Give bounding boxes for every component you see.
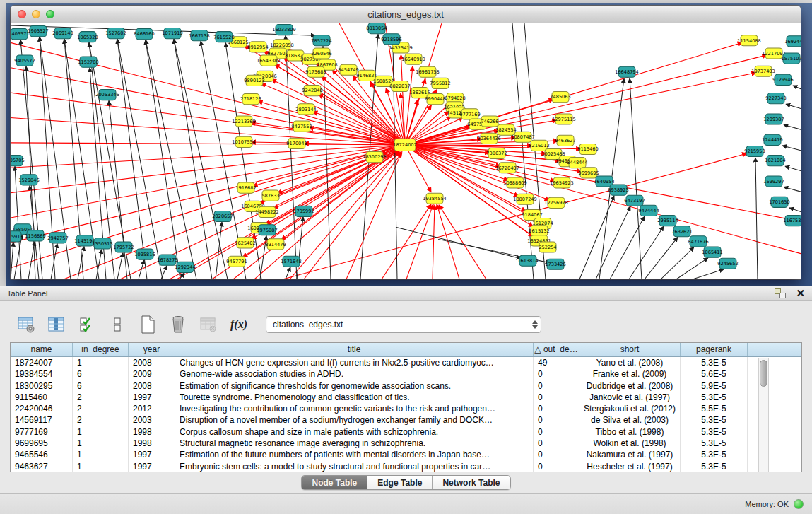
graph-node-1667138[interactable]: 1667138: [189, 30, 209, 41]
table-row[interactable]: 1938455462009Genome-wide association stu…: [11, 368, 801, 380]
graph-node-1071919[interactable]: 1071919: [162, 28, 182, 39]
graph-node-1599297[interactable]: 1599297: [763, 176, 784, 187]
graph-node-9129946[interactable]: 9129946: [772, 74, 793, 85]
graph-node-18807249[interactable]: 18807249: [513, 194, 537, 204]
tab-node-table[interactable]: Node Table: [302, 476, 367, 489]
graph-node-14498222[interactable]: 14498222: [255, 206, 279, 217]
column-header-out_de[interactable]: △ out_de…: [534, 343, 579, 356]
graph-node-16961758[interactable]: 16961758: [416, 66, 440, 77]
graph-node-3915913[interactable]: 3915913: [11, 231, 23, 242]
graph-node-16033809[interactable]: 16033809: [272, 25, 296, 35]
graph-node-1701650[interactable]: 1701650: [769, 197, 789, 207]
graph-node-16720407[interactable]: 16720407: [495, 163, 519, 173]
graph-node-2942757[interactable]: 2942757: [47, 233, 68, 243]
graph-node-8990448[interactable]: 8990448: [425, 94, 445, 105]
graph-node-2069140[interactable]: 2069140: [52, 28, 73, 39]
graph-node-1733426[interactable]: 1733426: [545, 259, 565, 269]
graph-node-1527602[interactable]: 1527602: [105, 28, 126, 39]
graph-node-8454749[interactable]: 8454749: [338, 64, 358, 75]
column-header-name[interactable]: name: [11, 343, 73, 356]
stacked-boxes-icon[interactable]: [107, 314, 128, 335]
graph-node-7625402[interactable]: 7625402: [235, 238, 255, 248]
graph-node-2803144[interactable]: 2803144: [295, 104, 316, 115]
graph-node-2020657[interactable]: 2020657: [212, 211, 233, 221]
graph-node-1678275[interactable]: 1678275: [157, 255, 177, 265]
graph-node-12756928[interactable]: 12756928: [544, 197, 568, 208]
graph-node-7615526[interactable]: 7615526: [213, 32, 234, 42]
table-row[interactable]: 911546021997Tourette syndrome. Phenomeno…: [11, 392, 801, 403]
graph-node-1529846[interactable]: 1529846: [18, 175, 39, 185]
graph-node-20364436[interactable]: 20364436: [477, 133, 501, 144]
graph-node-9227343[interactable]: 9227343: [765, 93, 786, 104]
table-options-icon[interactable]: [16, 314, 37, 335]
graph-node-746266[interactable]: 746266: [481, 116, 498, 127]
graph-node-1692441[interactable]: 1692441: [784, 36, 801, 47]
graph-node-8938923[interactable]: 8938923: [608, 185, 628, 195]
graph-node-1167533[interactable]: 1167533: [783, 216, 801, 226]
float-panel-icon[interactable]: [775, 288, 786, 298]
graph-node-12213369[interactable]: 12213369: [232, 116, 256, 127]
column-header-year[interactable]: year: [129, 343, 175, 356]
graph-node-9170043[interactable]: 9170043: [286, 138, 307, 148]
delete-table-icon[interactable]: [167, 314, 189, 335]
graph-node-8466160[interactable]: 8466160: [134, 29, 154, 40]
tab-edge-table[interactable]: Edge Table: [367, 476, 433, 489]
graph-node-8914479[interactable]: 8914479: [265, 239, 286, 250]
graph-node-12975115[interactable]: 12975115: [552, 114, 576, 124]
table-row[interactable]: 1830029562008Estimation of significance …: [11, 380, 801, 392]
dropdown-stepper-icon[interactable]: [529, 317, 541, 332]
graph-node-18724007[interactable]: 18724007: [393, 139, 417, 151]
toggle-columns-icon[interactable]: [46, 314, 67, 335]
table-row[interactable]: 2242004622012Investigating the contribut…: [11, 403, 801, 414]
column-header-title[interactable]: title: [175, 343, 534, 356]
graph-node-1244419[interactable]: 1244419: [762, 134, 782, 145]
graph-node-1903527[interactable]: 1903527: [28, 26, 48, 37]
graph-node-9405572[interactable]: 9405572: [14, 55, 35, 66]
graph-node-10807487[interactable]: 10807487: [511, 132, 535, 142]
graph-node-19654923[interactable]: 19654923: [550, 177, 574, 188]
graph-node-8822037[interactable]: 8822037: [389, 81, 410, 91]
table-scrollbar[interactable]: [758, 358, 769, 472]
close-panel-icon[interactable]: ✕: [796, 288, 805, 298]
graph-node-9463627[interactable]: 9463627: [555, 135, 575, 146]
column-header-short[interactable]: short: [579, 343, 681, 356]
tab-network-table[interactable]: Network Table: [433, 476, 510, 489]
graph-node-8912954[interactable]: 8912954: [247, 42, 268, 52]
graph-node-8448444[interactable]: 8448444: [567, 158, 587, 168]
graph-node-1621064[interactable]: 1621064: [765, 156, 785, 166]
graph-node-1735992[interactable]: 1735992: [293, 206, 314, 216]
graph-node-1065411[interactable]: 1065411: [702, 247, 722, 257]
graph-node-1156869[interactable]: 1156869: [25, 230, 45, 241]
graph-node-1095816[interactable]: 1095816: [134, 249, 155, 259]
table-row[interactable]: 946554611997Estimation of the future num…: [11, 449, 801, 460]
graph-node-9890123[interactable]: 9890123: [244, 75, 264, 86]
graph-node-9175685[interactable]: 9175685: [305, 66, 326, 77]
network-canvas[interactable]: 1872400796601258912954182260589827503165…: [11, 23, 801, 279]
graph-node-8471676[interactable]: 8471676: [688, 236, 708, 247]
graph-node-9777169[interactable]: 9777169: [459, 109, 480, 119]
graph-node-9699695[interactable]: 9699695: [578, 168, 599, 178]
graph-node-16640910[interactable]: 16640910: [401, 54, 425, 64]
graph-node-10107554[interactable]: 10107554: [232, 136, 256, 147]
table-row[interactable]: 977716911998Corpus callosum shape and si…: [11, 426, 801, 438]
graph-node-2405571[interactable]: 2405571: [11, 29, 30, 40]
graph-node-9245652[interactable]: 9245652: [717, 258, 738, 269]
graph-node-1209387[interactable]: 1209387: [763, 114, 784, 124]
graph-node-8427552[interactable]: 8427552: [291, 121, 312, 132]
graph-node-16648794[interactable]: 16648794: [615, 66, 639, 77]
graph-node-9218596[interactable]: 9218596: [381, 34, 401, 45]
graph-node-7386372[interactable]: 7386372: [486, 148, 507, 158]
graph-node-1065328[interactable]: 1065328: [77, 32, 98, 42]
graph-node-1350513[interactable]: 1350513: [92, 238, 112, 249]
graph-node-2260546[interactable]: 2260546: [311, 48, 331, 59]
table-selector-dropdown[interactable]: citations_edges.txt: [266, 316, 541, 333]
graph-node-10688609[interactable]: 10688609: [503, 177, 527, 188]
graph-node-252254[interactable]: 252254: [539, 242, 556, 252]
graph-node-7632621[interactable]: 7632621: [671, 226, 692, 237]
graph-node-19384554[interactable]: 19384554: [423, 193, 447, 204]
table-row[interactable]: 1456911722003Disruption of a novel membe…: [11, 414, 801, 426]
graph-node-2605705[interactable]: 2605705: [11, 156, 25, 166]
graph-node-19737403[interactable]: 19737403: [751, 66, 775, 76]
function-builder-icon[interactable]: f(x): [228, 314, 249, 335]
graph-node-1615132[interactable]: 1615132: [529, 226, 549, 236]
